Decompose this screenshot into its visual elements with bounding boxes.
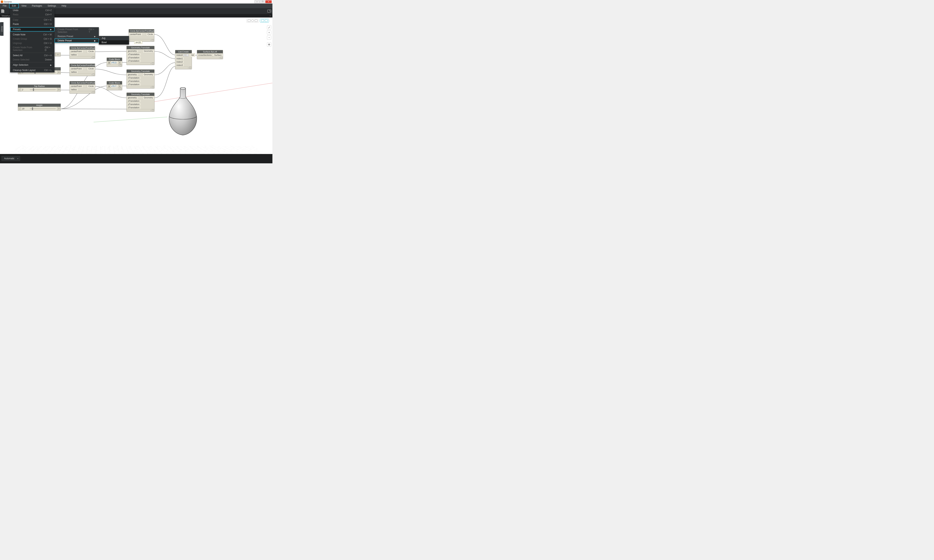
edit-undo[interactable]: UndoCtrl+Z xyxy=(10,8,54,12)
geometry-view-toggle[interactable] xyxy=(247,18,259,23)
pan-button[interactable]: ✥ xyxy=(267,42,271,47)
zoom-out-button[interactable]: − xyxy=(267,35,271,40)
code-expression[interactable]: x*0.3 xyxy=(111,62,116,64)
port-xtrans[interactable]: xTranslation xyxy=(127,99,141,103)
edit-delete-selected[interactable]: Delete SelectedDelete xyxy=(10,58,54,62)
port-index3[interactable]: index3 xyxy=(175,63,184,67)
port-radius[interactable]: radius xyxy=(70,70,78,74)
output-port[interactable]: > xyxy=(118,61,121,64)
slider-output-stub[interactable]: > xyxy=(55,52,61,56)
port-index0[interactable]: index0 +- xyxy=(175,53,190,57)
edit-presets[interactable]: Presets▶ xyxy=(10,27,54,31)
port-index2[interactable]: index2 xyxy=(175,60,184,63)
node-list-create[interactable]: List.Create index0 +-list index1 index2 … xyxy=(175,50,192,69)
edit-create-group[interactable]: Create GroupCtrl + G xyxy=(10,37,54,41)
port-surface-out[interactable]: Surface xyxy=(213,53,223,57)
menu-edit[interactable]: Edit xyxy=(9,3,18,8)
port-geometry-out[interactable]: Geometry xyxy=(142,49,154,52)
port-ztrans[interactable]: zTranslation xyxy=(127,83,141,86)
port-radius[interactable]: radius xyxy=(70,53,78,56)
node-translate-2[interactable]: Geometry.Translate geometryGeometry xTra… xyxy=(126,69,154,88)
slider-height[interactable]: Height ⌄ 20 > xyxy=(18,104,61,111)
output-port[interactable]: > xyxy=(57,88,60,91)
output-port[interactable]: > xyxy=(118,85,121,88)
output-port[interactable]: > xyxy=(57,71,60,74)
menu-settings[interactable]: Settings xyxy=(45,3,59,8)
port-index1[interactable]: index1 xyxy=(175,57,184,60)
node-surface-byloft[interactable]: Surface.ByLoft crossSectionsSurface xyxy=(197,50,223,59)
code-expression[interactable]: x*0.7 xyxy=(111,85,116,87)
preset-item-bowl[interactable]: Bowl xyxy=(99,40,129,45)
port-list-out[interactable]: list xyxy=(190,53,195,57)
port-ztrans[interactable]: zTranslation xyxy=(127,106,141,109)
port-centerpoint[interactable]: centerPoint xyxy=(70,85,83,88)
slider-top-radius[interactable]: Top Radius ⌄ 2 > xyxy=(18,85,61,92)
edit-ungroup[interactable]: UngroupCtrl + U xyxy=(10,41,54,45)
edit-create-note[interactable]: Create NoteCtrl + W xyxy=(10,32,54,37)
port-centerpoint[interactable]: centerPoint xyxy=(70,67,83,70)
port-ytrans[interactable]: yTranslation xyxy=(127,56,141,59)
slider-track[interactable] xyxy=(30,89,56,90)
port-circle-out[interactable]: Circle xyxy=(87,85,95,88)
port-circle-out[interactable]: Circle xyxy=(87,49,95,53)
port-radius[interactable]: radius xyxy=(70,88,78,91)
port-geometry[interactable]: geometry xyxy=(127,73,138,76)
node-circle-1[interactable]: Circle.ByCenterPointRadius centerPointCi… xyxy=(69,46,95,59)
graph-view-toggle[interactable] xyxy=(260,18,269,23)
edit-cleanup-layout[interactable]: Cleanup Node LayoutCtrl + L xyxy=(10,68,54,72)
library-tab[interactable]: Library xyxy=(0,22,3,36)
menu-file[interactable]: File xyxy=(0,3,9,8)
minimize-button[interactable]: — xyxy=(254,0,260,3)
close-button[interactable]: ✕ xyxy=(265,0,272,3)
port-circle-out[interactable]: Circle xyxy=(87,67,95,70)
preset-restore[interactable]: Restore Preset▶ xyxy=(54,34,99,38)
edit-paste[interactable]: PasteCtrl + V xyxy=(10,22,54,26)
edit-create-node-from-selection[interactable]: Create Node From SelectionCtrl + D xyxy=(10,45,54,52)
port-circle-out[interactable]: Circle xyxy=(146,32,154,36)
expand-icon[interactable]: ⌄ xyxy=(18,88,21,91)
expand-icon[interactable]: ⌄ xyxy=(18,107,21,111)
preset-item-jug[interactable]: Jug xyxy=(99,36,129,40)
port-geometry[interactable]: geometry xyxy=(127,49,138,52)
port-ytrans[interactable]: yTranslation xyxy=(127,103,141,106)
edit-copy[interactable]: CopyCtrl + C xyxy=(10,18,54,22)
maximize-button[interactable]: ❐ xyxy=(260,0,265,3)
slider-value[interactable]: 2 xyxy=(21,88,29,91)
edit-select-all[interactable]: Select AllCtrl + A xyxy=(10,53,54,58)
port-centerpoint[interactable]: centerPoint xyxy=(70,49,83,53)
output-port[interactable]: > xyxy=(57,107,60,111)
new-file-icon[interactable] xyxy=(1,9,4,13)
node-codeblock-2[interactable]: Code Block xx*0.7;> xyxy=(106,81,122,90)
port-geometry-out[interactable]: Geometry xyxy=(142,73,154,76)
code-var[interactable]: x xyxy=(108,61,111,64)
slider-value[interactable]: 20 xyxy=(21,108,29,110)
port-xtrans[interactable]: xTranslation xyxy=(127,52,141,56)
zoom-in-button[interactable]: + xyxy=(267,30,271,35)
port-ytrans[interactable]: yTranslation xyxy=(127,79,141,83)
node-circle-3[interactable]: Circle.ByCenterPointRadius centerPointCi… xyxy=(69,81,95,94)
port-ztrans[interactable]: zTranslation xyxy=(127,59,141,62)
menu-packages[interactable]: Packages xyxy=(29,3,45,8)
code-var[interactable]: x xyxy=(108,85,111,88)
tab-close-icon[interactable]: × xyxy=(270,15,271,17)
node-circle-2[interactable]: Circle.ByCenterPointRadius centerPointCi… xyxy=(69,63,95,76)
preset-create-from-selection[interactable]: Create Preset From SelectionCtrl + T xyxy=(54,27,99,34)
port-centerpoint[interactable]: centerPoint xyxy=(129,32,142,36)
camera-icon[interactable] xyxy=(267,9,271,12)
node-codeblock-1[interactable]: Code Block xx*0.3;> xyxy=(106,58,122,67)
port-geometry[interactable]: geometry xyxy=(127,96,138,99)
edit-redo[interactable]: RedoCtrl+Y xyxy=(10,12,54,17)
port-xtrans[interactable]: xTranslation xyxy=(127,76,141,79)
preset-delete[interactable]: Delete Preset▶ xyxy=(54,38,99,43)
remove-port-button[interactable]: - xyxy=(186,54,188,56)
node-translate-3[interactable]: Geometry.Translate geometryGeometry xTra… xyxy=(126,92,154,112)
run-mode-dropdown[interactable]: Automatic xyxy=(2,156,20,161)
node-translate-1[interactable]: Geometry.Translate geometryGeometry xTra… xyxy=(126,46,154,65)
menu-view[interactable]: View xyxy=(18,3,29,8)
edit-align-selection[interactable]: Align Selection▶ xyxy=(10,63,54,67)
add-port-button[interactable]: + xyxy=(183,54,186,56)
port-cross-sections[interactable]: crossSections xyxy=(197,53,213,57)
slider-track[interactable] xyxy=(30,108,56,109)
port-geometry-out[interactable]: Geometry xyxy=(142,96,154,99)
zoom-fit-button[interactable]: ⤢ xyxy=(267,25,271,29)
